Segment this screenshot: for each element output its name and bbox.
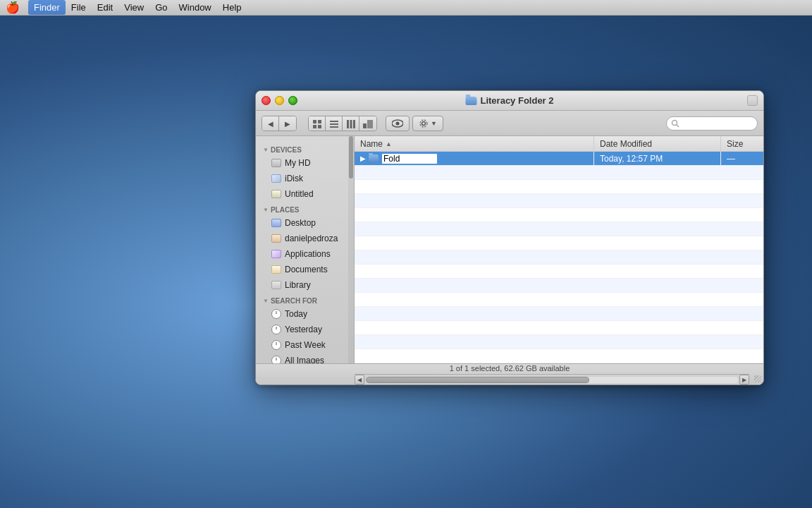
status-text: 1 of 1 selected, 62.62 GB available xyxy=(450,364,570,373)
menubar-file[interactable]: File xyxy=(66,0,92,15)
apple-menu[interactable]: 🍎 xyxy=(6,1,20,14)
eye-button[interactable] xyxy=(386,116,410,131)
menubar: 🍎 Finder File Edit View Go Window Help xyxy=(0,0,812,16)
desktop-icon xyxy=(271,219,281,227)
finder-window: Literacy Folder 2 ◀ ▶ xyxy=(255,90,764,385)
all-images-icon xyxy=(271,356,281,363)
sidebar-places-header: ▼ PLACES xyxy=(256,202,354,215)
file-name-cell: ▶ xyxy=(355,152,594,165)
maximize-button[interactable] xyxy=(288,96,297,105)
table-row xyxy=(355,222,763,236)
scroll-track[interactable] xyxy=(366,377,738,383)
svg-rect-0 xyxy=(313,120,316,123)
nav-buttons: ◀ ▶ xyxy=(262,116,297,131)
table-row xyxy=(355,166,763,180)
search-box[interactable] xyxy=(666,116,758,131)
file-list[interactable]: Name ▲ Date Modified Size ▶ Today, xyxy=(355,136,763,363)
menubar-window[interactable]: Window xyxy=(173,0,217,15)
svg-rect-2 xyxy=(313,125,316,128)
svg-point-14 xyxy=(422,121,426,125)
table-row xyxy=(355,250,763,265)
table-row xyxy=(355,265,763,279)
docs-icon xyxy=(271,265,281,274)
titlebar: Literacy Folder 2 xyxy=(256,91,763,111)
column-view-button[interactable] xyxy=(343,116,359,131)
svg-rect-6 xyxy=(330,126,338,128)
icon-view-button[interactable] xyxy=(309,116,326,131)
forward-button[interactable]: ▶ xyxy=(279,116,296,131)
menubar-finder[interactable]: Finder xyxy=(28,0,66,15)
svg-rect-4 xyxy=(330,121,338,122)
sidebar-scrollbar[interactable] xyxy=(348,136,354,363)
menubar-view[interactable]: View xyxy=(118,0,149,15)
scroll-thumb[interactable] xyxy=(366,377,589,383)
table-row[interactable]: ▶ Today, 12:57 PM — xyxy=(355,152,763,166)
sidebar-item-desktop[interactable]: Desktop xyxy=(256,215,354,231)
svg-rect-5 xyxy=(330,123,338,125)
table-row xyxy=(355,321,763,335)
table-row xyxy=(355,335,763,349)
resize-grip-lines xyxy=(754,375,761,382)
col-name-header[interactable]: Name ▲ xyxy=(355,136,594,151)
horizontal-scrollbar[interactable]: ◀ ▶ xyxy=(355,374,749,385)
file-date-cell: Today, 12:57 PM xyxy=(594,152,721,165)
window-title: Literacy Folder 2 xyxy=(465,95,553,106)
window-folder-icon xyxy=(465,97,476,105)
svg-rect-8 xyxy=(350,120,352,128)
sidebar-item-all-images[interactable]: All Images xyxy=(256,353,354,363)
sidebar-item-today[interactable]: Today xyxy=(256,306,354,322)
cover-view-button[interactable] xyxy=(359,116,376,131)
sidebar-search-header: ▼ SEARCH FOR xyxy=(256,293,354,306)
svg-point-13 xyxy=(396,121,400,125)
idisk-icon xyxy=(271,174,281,183)
gear-button[interactable]: ▼ xyxy=(412,116,443,131)
table-row xyxy=(355,307,763,321)
sidebar-item-applications[interactable]: Applications xyxy=(256,246,354,262)
minimize-button[interactable] xyxy=(275,96,284,105)
col-size-header[interactable]: Size xyxy=(721,136,763,151)
menubar-go[interactable]: Go xyxy=(149,0,173,15)
sidebar-scroll-thumb[interactable] xyxy=(349,136,353,179)
scroll-left-button[interactable]: ◀ xyxy=(355,375,364,385)
col-date-header[interactable]: Date Modified xyxy=(594,136,721,151)
sidebar-item-idisk[interactable]: iDisk xyxy=(256,171,354,186)
table-row xyxy=(355,279,763,293)
table-row xyxy=(355,293,763,307)
back-button[interactable]: ◀ xyxy=(262,116,279,131)
past-week-icon xyxy=(271,340,281,350)
close-button[interactable] xyxy=(262,96,271,105)
svg-point-15 xyxy=(420,120,427,127)
filename-input[interactable] xyxy=(381,153,438,164)
action-buttons: ▼ xyxy=(386,116,443,131)
table-row xyxy=(355,236,763,250)
today-icon xyxy=(271,309,281,319)
svg-line-17 xyxy=(677,124,679,127)
sidebar-item-my-hd[interactable]: My HD xyxy=(256,155,354,171)
toolbar: ◀ ▶ ▼ xyxy=(256,111,763,136)
hd-icon xyxy=(271,159,281,167)
scroll-right-button[interactable]: ▶ xyxy=(739,375,749,385)
menubar-edit[interactable]: Edit xyxy=(92,0,118,15)
sidebar-item-documents[interactable]: Documents xyxy=(256,262,354,277)
svg-rect-3 xyxy=(318,125,321,128)
table-row xyxy=(355,349,763,363)
svg-point-16 xyxy=(672,120,677,125)
svg-rect-10 xyxy=(363,123,367,128)
window-title-text: Literacy Folder 2 xyxy=(480,95,553,106)
yesterday-icon xyxy=(271,325,281,334)
sidebar-item-past-week[interactable]: Past Week xyxy=(256,337,354,353)
svg-rect-7 xyxy=(347,120,349,128)
window-zoom-button[interactable] xyxy=(747,95,758,106)
svg-rect-11 xyxy=(367,120,373,128)
list-view-button[interactable] xyxy=(326,116,343,131)
resize-grip[interactable] xyxy=(752,373,763,385)
expand-arrow[interactable]: ▶ xyxy=(360,155,366,162)
table-row xyxy=(355,180,763,194)
sidebar-item-yesterday[interactable]: Yesterday xyxy=(256,322,354,337)
svg-rect-1 xyxy=(318,120,321,123)
table-row xyxy=(355,194,763,208)
sidebar-item-danielpedroza[interactable]: danielpedroza xyxy=(256,231,354,246)
sidebar-item-library[interactable]: Library xyxy=(256,277,354,293)
sidebar-item-untitled[interactable]: Untitled xyxy=(256,186,354,202)
menubar-help[interactable]: Help xyxy=(217,0,247,15)
